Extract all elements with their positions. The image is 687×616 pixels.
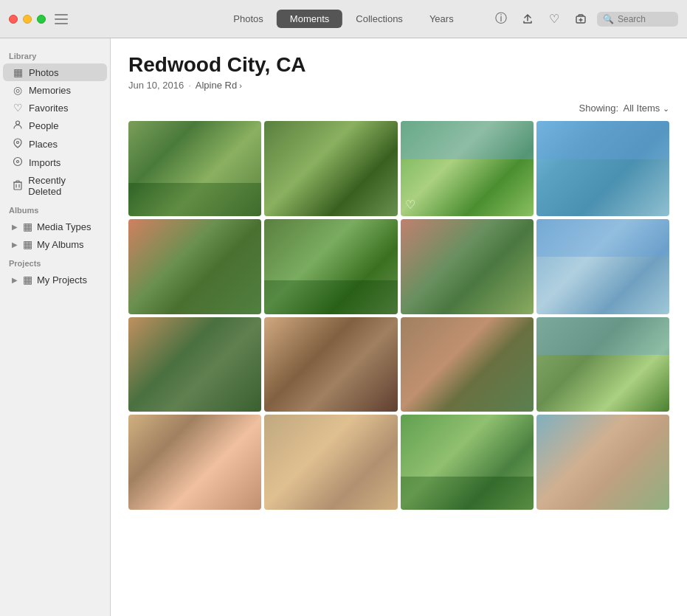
photo-12[interactable] (536, 317, 669, 412)
photo-10[interactable] (264, 317, 397, 412)
sidebar-item-imports[interactable]: Imports (3, 153, 107, 172)
sidebar-item-my-albums-label: My Albums (37, 239, 84, 250)
sidebar-item-places-label: Places (29, 139, 58, 150)
info-button[interactable]: ⓘ (491, 9, 511, 30)
titlebar: Photos Moments Collections Years ⓘ ♡ 🔍 (0, 0, 687, 38)
photo-8[interactable] (536, 219, 669, 314)
memories-icon: ◎ (12, 84, 24, 96)
sidebar-item-people[interactable]: People (3, 117, 107, 135)
photo-15[interactable] (401, 415, 534, 510)
photos-icon: ▦ (12, 66, 24, 78)
sidebar-item-media-types[interactable]: ▶ ▦ Media Types (3, 218, 107, 235)
photo-7[interactable] (401, 219, 534, 314)
svg-rect-5 (14, 182, 21, 190)
search-input[interactable] (618, 14, 677, 24)
photo-3[interactable]: ♡ (401, 121, 534, 216)
showing-dropdown[interactable]: Showing: All Items ⌄ (579, 103, 669, 114)
sidebar-toggle-button[interactable] (55, 14, 68, 24)
titlebar-tabs: Photos Moments Collections Years (220, 10, 466, 28)
places-icon (12, 138, 24, 150)
sidebar-item-imports-label: Imports (29, 157, 61, 168)
sidebar-item-favorites-label: Favorites (29, 103, 68, 114)
dot-separator: · (188, 80, 191, 91)
albums-section-label: Albums (0, 200, 110, 218)
sublocation-link[interactable]: Alpine Rd › (196, 80, 242, 91)
photo-2[interactable] (264, 121, 397, 216)
svg-point-1 (16, 121, 20, 125)
close-button[interactable] (9, 15, 18, 24)
media-types-icon: ▦ (21, 221, 33, 232)
photo-date: Jun 10, 2016 (128, 80, 184, 91)
add-to-album-button[interactable] (570, 9, 591, 30)
chevron-icon: ▶ (12, 223, 18, 231)
sidebar-item-photos-label: Photos (29, 67, 58, 78)
arrow-icon: › (239, 81, 242, 90)
search-icon: 🔍 (603, 14, 614, 24)
my-projects-icon: ▦ (21, 274, 33, 285)
app-body: Library ▦ Photos ◎ Memories ♡ Favorites … (0, 38, 687, 616)
photo-5[interactable] (128, 219, 261, 314)
sidebar-item-memories-label: Memories (29, 85, 71, 96)
maximize-button[interactable] (37, 15, 46, 24)
photo-6[interactable] (264, 219, 397, 314)
minimize-button[interactable] (23, 15, 32, 24)
photo-grid: ♡ (128, 121, 669, 510)
photo-4[interactable] (536, 121, 669, 216)
svg-point-2 (17, 142, 19, 144)
favorites-icon: ♡ (12, 102, 24, 114)
sidebar-item-my-projects-label: My Projects (37, 274, 87, 285)
photo-11[interactable] (401, 317, 534, 412)
my-albums-icon: ▦ (21, 238, 33, 250)
tab-photos[interactable]: Photos (220, 10, 276, 28)
sidebar-item-photos[interactable]: ▦ Photos (3, 63, 107, 81)
showing-bar: Showing: All Items ⌄ (128, 103, 669, 114)
svg-point-4 (17, 161, 19, 163)
showing-caret-icon: ⌄ (663, 104, 669, 113)
sidebar-item-recently-deleted[interactable]: Recently Deleted (3, 172, 107, 200)
photo-13[interactable] (128, 415, 261, 510)
svg-point-3 (14, 158, 22, 166)
photo-16[interactable] (536, 415, 669, 510)
share-button[interactable] (517, 9, 538, 30)
sidebar-item-people-label: People (29, 120, 58, 131)
traffic-lights (9, 15, 46, 24)
photo-14[interactable] (264, 415, 397, 510)
tab-moments[interactable]: Moments (277, 10, 342, 28)
sidebar-item-favorites[interactable]: ♡ Favorites (3, 99, 107, 117)
heart-icon: ♡ (405, 198, 415, 212)
sidebar-item-memories[interactable]: ◎ Memories (3, 81, 107, 99)
titlebar-actions: ⓘ ♡ 🔍 (491, 9, 678, 30)
trash-icon (12, 180, 23, 193)
sidebar-item-media-types-label: Media Types (37, 221, 91, 232)
library-section-label: Library (0, 46, 110, 63)
sidebar-item-recently-deleted-label: Recently Deleted (28, 175, 98, 197)
favorite-button[interactable]: ♡ (544, 9, 565, 30)
sidebar: Library ▦ Photos ◎ Memories ♡ Favorites … (0, 38, 111, 616)
photo-1[interactable] (128, 121, 261, 216)
photo-9[interactable] (128, 317, 261, 412)
chevron-icon-3: ▶ (12, 276, 18, 284)
tab-collections[interactable]: Collections (342, 10, 416, 28)
sidebar-item-my-projects[interactable]: ▶ ▦ My Projects (3, 271, 107, 288)
chevron-icon-2: ▶ (12, 240, 18, 249)
projects-section-label: Projects (0, 253, 110, 271)
imports-icon (12, 156, 24, 169)
sidebar-item-places[interactable]: Places (3, 135, 107, 153)
main-content: Redwood City, CA Jun 10, 2016 · Alpine R… (111, 38, 687, 616)
page-title: Redwood City, CA (128, 53, 669, 77)
page-subtitle: Jun 10, 2016 · Alpine Rd › (128, 80, 669, 91)
search-box[interactable]: 🔍 (597, 12, 678, 27)
sidebar-item-my-albums[interactable]: ▶ ▦ My Albums (3, 235, 107, 253)
people-icon (12, 120, 24, 132)
tab-years[interactable]: Years (416, 10, 467, 28)
